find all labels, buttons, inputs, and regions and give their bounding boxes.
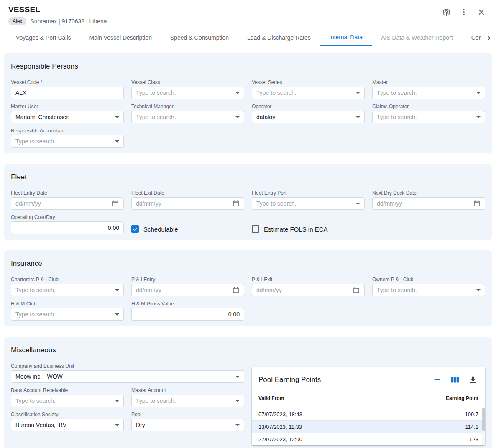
hm-club-input[interactable] (15, 311, 112, 318)
master-account-select[interactable] (131, 395, 244, 407)
vessel-code-control[interactable] (11, 87, 124, 99)
pi-exit-label: P & I Exit (252, 277, 365, 282)
bank-account-receivable-select[interactable] (11, 395, 124, 407)
technical-manager-select[interactable] (131, 111, 244, 123)
fleet-entry-date-label: Fleet Entry Date (11, 191, 124, 196)
master-account-field: Master Account (131, 388, 244, 407)
scrollbar-thumb[interactable] (482, 408, 485, 431)
earning-point-cell: 109.7 (465, 411, 478, 417)
operator-select[interactable] (252, 111, 365, 123)
vessel-series-field: Vessel Series (252, 80, 365, 99)
next-dry-dock-date-control[interactable] (372, 197, 485, 210)
column-header-valid-from[interactable]: Valid From (258, 395, 284, 401)
pool-earning-points-actions (432, 374, 478, 385)
calendar-icon[interactable] (473, 200, 481, 207)
vessel-series-select[interactable] (252, 87, 365, 99)
master-account-label: Master Account (131, 388, 244, 393)
pool-select[interactable] (131, 419, 244, 431)
calendar-icon[interactable] (232, 200, 240, 207)
fleet-entry-date-input[interactable] (15, 200, 108, 207)
operator-input[interactable] (256, 114, 353, 120)
master-select[interactable] (372, 87, 485, 99)
fleet-entry-port-input[interactable] (256, 200, 353, 207)
table-row[interactable]: 27/07/2023, 12:00 123 (252, 433, 485, 445)
claims-operator-select[interactable] (372, 111, 485, 123)
vessel-class-select[interactable] (131, 87, 244, 99)
section-title: Fleet (11, 173, 485, 181)
next-dry-dock-date-input[interactable] (377, 200, 470, 207)
operating-cost-day-control[interactable] (11, 221, 124, 234)
master-user-input[interactable] (15, 114, 112, 120)
classification-society-label: Classification Society (11, 412, 124, 417)
fleet-entry-port-select[interactable] (252, 197, 365, 210)
fleet-exit-date-control[interactable] (131, 197, 244, 210)
kebab-menu-icon[interactable] (458, 7, 469, 18)
company-business-unit-input[interactable] (15, 373, 232, 380)
hm-gross-value-control[interactable] (131, 308, 244, 321)
vertical-scrollbar[interactable] (482, 407, 485, 445)
tab-ais-data-weather-report[interactable]: AIS Data & Weather Report (372, 30, 462, 46)
checkbox-icon[interactable] (131, 225, 139, 233)
pi-exit-input[interactable] (256, 287, 349, 293)
pi-entry-input[interactable] (136, 287, 229, 293)
bank-account-receivable-field: Bank Account Receivable (11, 388, 124, 407)
vessel-code-input[interactable] (15, 89, 119, 96)
estimate-fols-in-eca-checkbox[interactable]: Estimate FOLS in ECA (252, 224, 365, 234)
dropdown-arrow-icon (356, 203, 360, 205)
tab-internal-data[interactable]: Internal Data (320, 30, 372, 46)
tab-load-discharge-rates[interactable]: Load & Discharge Rates (238, 30, 320, 46)
classification-society-input[interactable] (15, 422, 112, 428)
pi-exit-control[interactable] (252, 284, 365, 296)
table-row[interactable]: 13/07/2023, 11:33 114.1 (252, 420, 485, 433)
hm-club-label: H & M Club (11, 301, 124, 306)
bank-account-receivable-input[interactable] (15, 397, 112, 404)
master-input[interactable] (377, 89, 473, 96)
pool-earning-points-title: Pool Earning Points (258, 376, 432, 384)
vessel-series-input[interactable] (256, 89, 353, 96)
master-user-select[interactable] (11, 111, 124, 123)
tab-cor-truncated[interactable]: Cor (462, 30, 482, 46)
vessel-class-input[interactable] (136, 89, 232, 96)
columns-icon[interactable] (450, 374, 460, 385)
classification-society-field: Classification Society (11, 412, 124, 431)
column-header-earning-point[interactable]: Earning Point (446, 395, 478, 401)
calendar-icon[interactable] (353, 286, 360, 294)
technical-manager-input[interactable] (136, 114, 232, 120)
calendar-icon[interactable] (232, 286, 240, 294)
charterers-pi-club-input[interactable] (15, 287, 112, 293)
charterers-pi-club-select[interactable] (11, 284, 124, 296)
wifi-tethering-icon[interactable] (441, 7, 452, 18)
operating-cost-day-input[interactable] (15, 224, 119, 231)
responsible-accountant-input[interactable] (15, 138, 112, 145)
valid-from-cell: 13/07/2023, 11:33 (258, 424, 302, 430)
hm-gross-value-input[interactable] (136, 311, 240, 318)
valid-from-cell: 07/07/2023, 18:43 (258, 411, 302, 417)
checkbox-icon[interactable] (252, 225, 259, 233)
company-business-unit-select[interactable] (11, 370, 244, 383)
close-icon[interactable] (476, 7, 487, 18)
calendar-icon[interactable] (112, 200, 119, 207)
add-icon[interactable] (432, 374, 442, 385)
tab-main-vessel-description[interactable]: Main Vessel Description (80, 30, 161, 46)
master-account-input[interactable] (136, 397, 232, 404)
fleet-exit-date-input[interactable] (136, 200, 229, 207)
schedulable-checkbox[interactable]: Schedulable (131, 224, 244, 234)
hm-club-select[interactable] (11, 308, 124, 321)
owners-pi-club-input[interactable] (377, 287, 473, 293)
technical-manager-label: Technical Manager (131, 104, 244, 109)
tab-voyages-port-calls[interactable]: Voyages & Port Calls (7, 30, 80, 46)
page-content: Responsible Persons Vessel Code * Vessel… (0, 46, 496, 448)
pool-input[interactable] (136, 422, 232, 428)
download-icon[interactable] (468, 374, 478, 385)
table-row[interactable]: 07/07/2023, 18:43 109.7 (252, 408, 485, 420)
responsible-accountant-select[interactable] (11, 135, 124, 148)
tab-speed-consumption[interactable]: Speed & Consumption (161, 30, 238, 46)
classification-society-select[interactable] (11, 419, 124, 431)
claims-operator-input[interactable] (377, 114, 473, 120)
company-business-unit-field: Company and Business Unit (11, 364, 244, 383)
fleet-entry-date-control[interactable] (11, 197, 124, 210)
fleet-exit-date-field: Fleet Exit Date (131, 191, 244, 210)
chevron-right-icon[interactable] (483, 33, 494, 43)
owners-pi-club-select[interactable] (372, 284, 485, 296)
pi-entry-control[interactable] (131, 284, 244, 296)
